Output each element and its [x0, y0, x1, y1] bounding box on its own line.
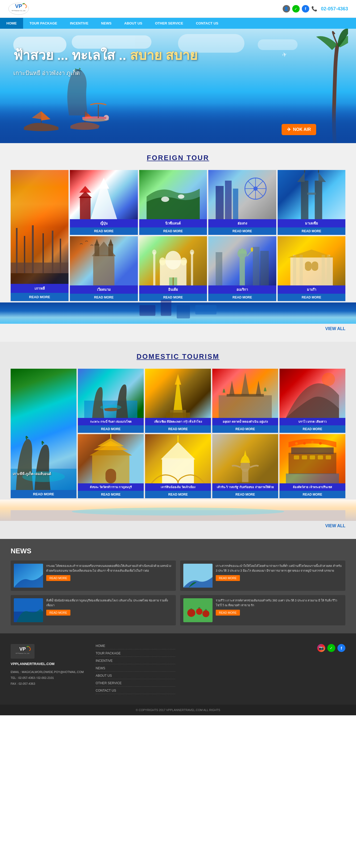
- footer-line-icon[interactable]: ✓: [327, 644, 335, 652]
- nav-home[interactable]: HOME: [0, 18, 23, 29]
- sangkhla-read-more[interactable]: READ MORE: [78, 491, 144, 498]
- korea-read-more[interactable]: READ MORE: [11, 293, 69, 301]
- news-excerpt-2: เกาะสวรรค์ขอแนะนำใจให้โดยได้โดยทำมาจ่ายเ…: [216, 564, 342, 573]
- news-read-more-1[interactable]: READ MORE: [46, 575, 70, 581]
- news-read-more-4[interactable]: READ MORE: [216, 610, 240, 616]
- foreign-tour-section: FOREIGN TOUR เก: [0, 143, 356, 342]
- footer-social-area: 📷 ✓ f: [317, 644, 345, 694]
- logo[interactable]: VP VP Planner Co.,Ltd.: [8, 2, 29, 16]
- nav-news[interactable]: NEWS: [95, 18, 118, 29]
- nav-other[interactable]: OTHER SERVICE: [148, 18, 189, 29]
- footer-fax: FAX : 02-057-4363: [11, 681, 85, 687]
- person-icon[interactable]: 👤: [283, 5, 290, 12]
- pattaya-read-more[interactable]: READ MORE: [280, 491, 345, 498]
- news-read-more-3[interactable]: READ MORE: [46, 610, 70, 616]
- domestic-title: DOMESTIC TOURISM: [11, 352, 345, 361]
- japan-read-more[interactable]: READ MORE: [70, 227, 138, 235]
- tour-item-malaysia[interactable]: มาเลเซีย READ MORE: [278, 170, 346, 235]
- nav-about[interactable]: ABOUT US: [118, 18, 149, 29]
- nav-incentive[interactable]: INCENTIVE: [64, 18, 95, 29]
- tour-item-bravo[interactable]: บราโว มรกต เสียงสาว READ MORE: [280, 369, 345, 433]
- newzealand-read-more[interactable]: READ MORE: [139, 227, 207, 235]
- phi-name-overlay: เกาะพีพี-ภูเก็ต-เจมส์บอนด์: [13, 471, 51, 477]
- footer-facebook-icon[interactable]: f: [337, 644, 345, 652]
- nok-air-label: NOK AIR: [293, 127, 311, 132]
- svg-rect-27: [233, 189, 238, 219]
- phi-read-more[interactable]: READ MORE: [11, 490, 76, 498]
- news-section: NEWS กระผม ได้ทดลองและสำรวจวอยมหรือบรรดบ…: [0, 539, 356, 633]
- svg-rect-38: [108, 244, 113, 256]
- domestic-view-all-btn[interactable]: VIEW ALL: [325, 524, 345, 528]
- vietnam-read-more[interactable]: READ MORE: [70, 294, 138, 301]
- svg-marker-70: [175, 374, 181, 385]
- facebook-icon[interactable]: f: [302, 5, 309, 12]
- tour-item-chiangrai[interactable]: เจาร์สินน้อย-ล้ม วัดเจ้าเมือง READ MORE: [145, 434, 211, 498]
- tour-item-hongkong[interactable]: ฮ่องกง READ MORE: [208, 170, 276, 235]
- bravo-label: บราโว มรกต เสียงสาว: [280, 418, 345, 425]
- footer-nav-news[interactable]: NEWS: [96, 666, 175, 672]
- svg-rect-104: [326, 456, 331, 459]
- nav-contact[interactable]: CONTACT US: [189, 18, 224, 29]
- svg-rect-102: [310, 456, 315, 459]
- malaysia-read-more[interactable]: READ MORE: [278, 227, 346, 235]
- footer-tel: TEL : 02-057-4363 / 02-002-2101: [11, 675, 85, 681]
- domestic-section: DOMESTIC TOURISM เกาะพีพ: [0, 342, 356, 539]
- tour-item-chiangmai[interactable]: เที่ยวเชียง สีมัดตะเพลา กรุ้ว ทั่วเจ้าโข…: [145, 369, 211, 433]
- svg-marker-39: [95, 239, 99, 246]
- news-content-3: สิ่งที่น้ำยังนัยนักท่องเที่ยวกาญจนบุรีท่…: [46, 598, 173, 622]
- svg-line-53: [247, 251, 252, 256]
- pattaya-label: ล้องสัตว์สาย เจ้าพระยาปรีนเซส: [280, 483, 345, 491]
- hero-title: ฟ้าสวย ... ทะเลใส .. สบาย สบาย: [13, 45, 198, 66]
- foreign-view-all-btn[interactable]: VIEW ALL: [325, 327, 345, 331]
- tour-item-statue[interactable]: เส้วรัน-วิ 'กสถรัฐ' กับสร้อยขอ ถ่ายภาพให…: [212, 434, 278, 498]
- nok-air-badge[interactable]: ✈ NOK AIR: [282, 124, 316, 135]
- tour-item-phi[interactable]: เกาะพีพี-ภูเก็ต-เจมส์บอนด์ เกาะพีพี-ภูเก…: [11, 369, 76, 498]
- korea-label: เกาหลี: [11, 284, 69, 293]
- svg-marker-74: [241, 373, 249, 395]
- tour-item-krabi[interactable]: กะเพาะ กระบี่ รันดา ล่องแก่งโชต READ MOR…: [78, 369, 144, 433]
- news-card-2: เกาะสวรรค์ขอแนะนำใจให้โดยได้โดยทำมาจ่ายเ…: [180, 560, 345, 591]
- nav-tour-package[interactable]: TOUR PACKAGE: [23, 18, 64, 29]
- svg-rect-100: [294, 456, 299, 459]
- svg-rect-84: [105, 469, 116, 483]
- hongkong-read-more[interactable]: READ MORE: [208, 227, 276, 235]
- ayutthaya-read-more[interactable]: READ MORE: [212, 425, 278, 433]
- footer-nav-tour[interactable]: TOUR PACKAGE: [96, 651, 175, 657]
- tour-item-ayutthaya[interactable]: อยุธยา ตลาดน้ำคลองดำเนิน อยู่แก่ง READ M…: [212, 369, 278, 433]
- line-icon[interactable]: ✓: [292, 5, 300, 12]
- foreign-tour-title: FOREIGN TOUR: [11, 154, 345, 162]
- india-label: อินเดีย: [139, 285, 207, 294]
- tour-item-pattaya[interactable]: ล้องสัตว์สาย เจ้าพระยาปรีนเซส READ MORE: [280, 434, 345, 498]
- america-label: อเมริกา: [208, 285, 276, 294]
- tour-item-korea[interactable]: เกาหลี READ MORE: [11, 170, 69, 301]
- statue-read-more[interactable]: READ MORE: [212, 491, 278, 498]
- tour-item-america[interactable]: อเมริกา READ MORE: [208, 236, 276, 301]
- macao-read-more[interactable]: READ MORE: [278, 294, 346, 301]
- bravo-read-more[interactable]: READ MORE: [280, 425, 345, 433]
- svg-rect-99: [286, 473, 339, 483]
- news-read-more-2[interactable]: READ MORE: [216, 575, 240, 581]
- footer-instagram-icon[interactable]: 📷: [317, 644, 325, 652]
- footer-nav-other[interactable]: OTHER SERVICE: [96, 681, 175, 687]
- krabi-read-more[interactable]: READ MORE: [78, 425, 144, 433]
- footer-nav-home[interactable]: HOME: [96, 644, 175, 649]
- chiangmai-read-more[interactable]: READ MORE: [145, 425, 211, 433]
- tour-item-macao[interactable]: มาเก๊า READ MORE: [278, 236, 346, 301]
- svg-rect-57: [260, 251, 269, 285]
- tour-item-newzealand[interactable]: นิวซีแลนด์ READ MORE: [139, 170, 207, 235]
- india-read-more[interactable]: READ MORE: [139, 294, 207, 301]
- header-right: 👤 ✓ f 📞 02-057-4363: [283, 5, 348, 12]
- chiangrai-read-more[interactable]: READ MORE: [145, 491, 211, 498]
- america-read-more[interactable]: READ MORE: [208, 294, 276, 301]
- tour-item-japan[interactable]: ญี่ปุ่น READ MORE: [70, 170, 138, 235]
- tour-item-india[interactable]: อินเดีย READ MORE: [139, 236, 207, 301]
- tour-item-sangkhla[interactable]: สังขละ วัดวัตรสัวาราม กาญจนบุรี READ MOR…: [78, 434, 144, 498]
- footer-nav-incentive[interactable]: INCENTIVE: [96, 659, 175, 664]
- vietnam-label: เวียดนาม: [70, 285, 138, 294]
- footer-nav-about[interactable]: ABOUT US: [96, 674, 175, 679]
- tour-item-vietnam[interactable]: เวียดนาม READ MORE: [70, 236, 138, 301]
- svg-point-78: [322, 373, 335, 386]
- japan-label: ญี่ปุ่น: [70, 219, 138, 227]
- footer-nav-contact[interactable]: CONTACT US: [96, 689, 175, 694]
- svg-point-112: [187, 609, 195, 617]
